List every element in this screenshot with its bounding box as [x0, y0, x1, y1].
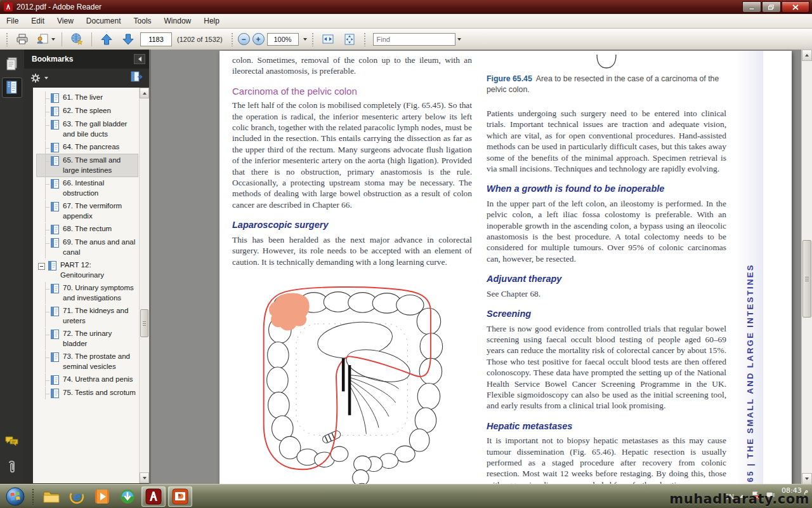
download-manager-icon[interactable] — [116, 487, 139, 506]
bookmark-item[interactable]: 66. Intestinal obstruction — [37, 177, 138, 199]
menu-window[interactable]: Window — [158, 15, 198, 27]
powerpoint-taskbar-icon[interactable] — [168, 486, 192, 507]
zoom-level-value: 100% — [273, 36, 291, 43]
toolbar-grip — [311, 32, 314, 46]
zoom-out-button[interactable]: − — [238, 33, 250, 45]
menu-tools[interactable]: Tools — [128, 15, 158, 27]
internet-explorer-icon[interactable]: e — [65, 487, 88, 506]
bookmark-item[interactable]: 69. The anus and anal canal — [37, 236, 138, 258]
bookmark-item[interactable]: 64. The pancreas — [37, 141, 138, 154]
menu-edit[interactable]: Edit — [25, 15, 51, 27]
fit-page-button[interactable] — [340, 31, 359, 48]
menu-help[interactable]: Help — [197, 15, 226, 27]
scroll-down-button[interactable] — [802, 473, 812, 485]
body-text: The left half of the colon is mobilised … — [232, 100, 472, 210]
find-dropdown-icon[interactable] — [457, 38, 461, 41]
previous-page-button[interactable] — [97, 31, 116, 48]
subsection-heading: Screening — [487, 309, 726, 319]
body-text: colon. Sometimes, removal of the colon u… — [232, 55, 472, 77]
menu-view[interactable]: View — [51, 15, 80, 27]
bookmarks-panel-icon[interactable] — [2, 77, 22, 98]
bookmark-item[interactable]: 63. The gall bladder and bile ducts — [37, 118, 138, 140]
bookmark-item[interactable]: 61. The liver — [37, 91, 138, 104]
bookmark-item[interactable]: 75. Testis and scrotum — [37, 387, 138, 399]
bookmark-part-item[interactable]: PART 12: Genitourinary — [37, 259, 138, 281]
titlebar: 2012.pdf - Adobe Reader — [0, 0, 812, 14]
collapse-panel-button[interactable] — [134, 54, 145, 64]
bookmark-item[interactable]: 72. The urinary bladder — [37, 328, 138, 350]
attachments-icon[interactable] — [6, 459, 18, 478]
close-button[interactable] — [782, 1, 809, 13]
zoom-in-button[interactable]: + — [252, 33, 265, 45]
figure-rectum-tip — [592, 55, 621, 71]
subsection-heading: When a growth is found to be inoperable — [487, 184, 726, 194]
zoom-level-select[interactable]: 100% — [267, 33, 299, 46]
bookmark-item-selected[interactable]: 65. The small and large intestines — [37, 154, 138, 177]
bookmark-item[interactable]: 74. Urethra and penis — [37, 373, 138, 386]
scroll-up-button[interactable] — [140, 88, 149, 98]
right-column: Figure 65.45Area to be resected in the c… — [487, 55, 726, 485]
bookmark-page-icon — [51, 307, 59, 316]
bookmark-page-icon — [51, 330, 59, 339]
bookmark-page-icon — [51, 389, 59, 398]
media-player-icon[interactable] — [91, 487, 114, 506]
bookmark-page-icon — [51, 352, 59, 362]
collaborate-dropdown-icon[interactable] — [51, 38, 55, 41]
web-document-button[interactable] — [67, 31, 86, 48]
bookmark-item[interactable]: 68. The rectum — [37, 223, 138, 236]
minimize-button[interactable] — [742, 1, 761, 13]
bookmark-item[interactable]: 70. Urinary symptoms and investigations — [37, 282, 138, 304]
figure-label: Figure 65.45 — [487, 74, 532, 83]
toolbar-grip — [231, 32, 233, 46]
svg-text:e: e — [73, 490, 82, 503]
page-thumbnails-icon[interactable] — [3, 55, 22, 74]
options-dropdown-icon — [44, 77, 48, 79]
adobe-reader-taskbar-icon[interactable] — [141, 486, 166, 507]
scroll-up-button[interactable] — [802, 50, 812, 61]
body-text: In the upper part of the left colon, an … — [487, 198, 726, 264]
windows-explorer-icon[interactable] — [40, 487, 63, 506]
bookmark-page-icon — [51, 225, 59, 234]
bookmark-item[interactable]: 71. The kidneys and ureters — [37, 305, 138, 327]
menu-document[interactable]: Document — [80, 15, 128, 27]
bookmark-item[interactable]: 73. The prostate and seminal vesicles — [37, 351, 138, 373]
adobe-pdf-icon — [4, 3, 13, 11]
print-button[interactable] — [13, 31, 32, 48]
scroll-down-button[interactable] — [140, 472, 149, 483]
navigation-rail — [0, 50, 24, 485]
subsection-heading: Laparoscopic surgery — [232, 220, 472, 231]
collapse-toggle-icon[interactable] — [38, 263, 45, 270]
comments-icon[interactable] — [4, 435, 20, 450]
menu-file[interactable]: File — [0, 15, 25, 27]
bookmark-page-icon — [51, 284, 59, 293]
figure-colon-diagram — [250, 276, 469, 485]
document-scrollbar[interactable] — [801, 50, 812, 485]
section-heading: Carcinoma of the pelvic colon — [232, 86, 472, 97]
separator — [62, 32, 62, 46]
scrollbar-thumb[interactable] — [802, 240, 811, 318]
bookmark-page-icon — [51, 238, 59, 248]
bookmark-page-icon — [51, 107, 59, 116]
body-text: See Chapter 68. — [487, 288, 726, 299]
start-button[interactable] — [4, 487, 27, 506]
scrollbar-thumb[interactable] — [140, 309, 148, 337]
goto-bookmark-button[interactable] — [130, 71, 143, 85]
separator — [91, 32, 92, 46]
restore-button[interactable] — [762, 1, 781, 13]
bookmarks-options-button[interactable] — [30, 73, 48, 83]
next-page-button[interactable] — [119, 31, 138, 48]
bookmarks-scrollbar[interactable] — [139, 88, 149, 483]
bookmark-item[interactable]: 67. The vermiform appendix — [37, 200, 138, 222]
page-number-input[interactable] — [140, 32, 172, 46]
taskbar-grip — [32, 488, 35, 505]
zoom-dropdown-icon[interactable] — [303, 38, 307, 41]
find-input[interactable] — [373, 33, 455, 46]
toolbar: (1202 of 1532) − + 100% — [0, 29, 812, 50]
fit-width-button[interactable] — [318, 31, 337, 48]
body-text: It is important not to biopsy hepatic me… — [487, 435, 726, 485]
subsection-heading: Adjuvant therapy — [487, 274, 726, 284]
bookmark-page-icon — [51, 179, 59, 189]
bookmark-item[interactable]: 62. The spleen — [37, 105, 138, 117]
collaborate-button[interactable] — [34, 31, 56, 48]
menubar: File Edit View Document Tools Window Hel… — [0, 14, 812, 29]
